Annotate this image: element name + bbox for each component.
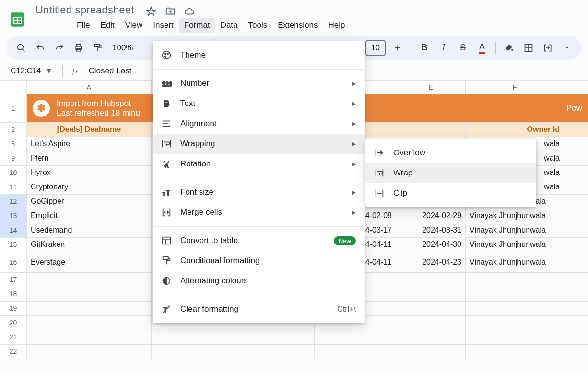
cell[interactable] [233,330,315,344]
cell[interactable]: Ffern [27,151,152,165]
cell[interactable] [466,287,564,301]
cell[interactable] [396,302,466,315]
document-title[interactable]: Untitled spreadsheet [33,3,137,17]
cell[interactable]: 2024-03-31 [396,223,466,237]
cell[interactable]: Vinayak Jhunjhunwala [466,252,564,272]
cell[interactable] [564,151,588,165]
menu-edit[interactable]: Edit [95,18,119,33]
menu-item-theme[interactable]: Theme [153,45,365,65]
menu-file[interactable]: File [72,18,94,33]
menu-item-convert-to-table[interactable]: Convert to tableNew [153,231,365,251]
row-header[interactable]: 21 [0,330,27,344]
row-header[interactable]: 8 [0,137,27,151]
row-header[interactable]: 1 [0,94,27,122]
cell[interactable] [564,137,588,151]
cell[interactable] [564,166,588,180]
cell[interactable] [396,273,466,287]
cell[interactable] [466,273,564,287]
name-box[interactable]: C12:C14 ▼ [7,65,57,77]
formula-bar[interactable]: Closed Lost [86,65,135,77]
cell[interactable] [27,330,152,344]
row-header[interactable]: 14 [0,223,27,237]
undo-icon[interactable] [33,40,48,56]
menu-format[interactable]: Format [179,18,215,33]
search-icon[interactable] [13,40,29,56]
menu-insert[interactable]: Insert [148,18,178,33]
cell[interactable]: Hyrox [27,166,152,180]
cell[interactable] [564,195,588,209]
cell[interactable]: GitKraken [27,238,152,252]
cell[interactable] [27,345,152,359]
cell[interactable]: Let's Aspire [27,137,152,151]
cell[interactable] [466,330,564,344]
zoom-level[interactable]: 100% [109,43,136,53]
cell[interactable] [27,316,152,330]
merge-cells-icon[interactable] [540,40,555,56]
row-header[interactable]: 10 [0,166,27,180]
column-header-A[interactable]: A [27,81,152,94]
cell[interactable] [27,287,152,301]
row-header[interactable]: 2 [0,123,27,137]
menu-item-alternating-colours[interactable]: Alternating colours [153,271,365,291]
cell[interactable] [315,345,396,359]
cell[interactable]: Vinayak Jhunjhunwala [466,209,564,223]
redo-icon[interactable] [52,40,67,56]
row-header[interactable]: 20 [0,316,27,330]
menu-tools[interactable]: Tools [244,18,272,33]
menu-item-font-size[interactable]: TTFont size▶ [153,182,365,202]
cell[interactable] [396,316,466,330]
cell[interactable] [564,302,588,315]
menu-data[interactable]: Data [216,18,243,33]
table-header[interactable]: [Deals] Dealname [27,123,152,137]
cell[interactable] [396,345,466,359]
menu-item-merge-cells[interactable]: Merge cells▶ [153,202,365,222]
menu-item-conditional-formatting[interactable]: Conditional formatting [153,251,365,271]
cell[interactable] [396,287,466,301]
row-header[interactable]: 19 [0,302,27,315]
cell[interactable] [233,345,315,359]
column-header[interactable] [564,81,588,94]
bold-icon[interactable]: B [417,40,432,56]
cloud-icon[interactable] [184,6,195,17]
cell[interactable] [27,273,152,287]
cell[interactable] [564,223,588,237]
italic-icon[interactable]: I [436,40,451,56]
cell[interactable] [564,252,588,272]
paint-format-icon[interactable] [90,40,106,56]
menu-item-overflow[interactable]: Overflow [365,143,536,163]
cell[interactable]: 2024-02-29 [396,209,466,223]
cell[interactable]: 2024-04-30 [396,238,466,252]
cell[interactable]: Usedemand [27,223,152,237]
cell[interactable] [564,287,588,301]
cell[interactable]: GoGipper [27,195,152,209]
cell[interactable] [564,330,588,344]
table-header[interactable] [564,123,588,137]
cell[interactable] [396,330,466,344]
menu-item-clip[interactable]: Clip [365,183,536,203]
row-header[interactable]: 16 [0,252,27,272]
row-header[interactable]: 9 [0,151,27,165]
chevron-down-icon[interactable] [559,40,575,56]
menu-item-wrap[interactable]: Wrap [365,163,536,183]
menu-item-text[interactable]: BText▶ [153,93,365,114]
print-icon[interactable] [71,40,86,56]
cell[interactable]: Everstage [27,252,152,272]
cell[interactable] [564,209,588,223]
cell[interactable] [466,345,564,359]
menu-help[interactable]: Help [323,18,350,33]
text-color-icon[interactable]: A [474,40,490,56]
menu-item-clear-formatting[interactable]: TClear formattingCtrl+\ [153,299,365,319]
cell[interactable]: Vinayak Jhunjhunwala [466,223,564,237]
cell[interactable] [315,330,396,344]
strikethrough-icon[interactable]: S [455,40,470,56]
row-header[interactable]: 22 [0,345,27,359]
cell[interactable] [466,302,564,315]
row-header[interactable]: 11 [0,180,27,194]
column-header-F[interactable]: F [466,81,564,94]
cell[interactable] [564,345,588,359]
row-header[interactable]: 13 [0,209,27,223]
cell[interactable]: 2024-04-23 [396,252,466,272]
select-all-corner[interactable] [0,81,27,94]
row-header[interactable]: 12 [0,195,27,209]
table-header[interactable] [396,123,466,137]
